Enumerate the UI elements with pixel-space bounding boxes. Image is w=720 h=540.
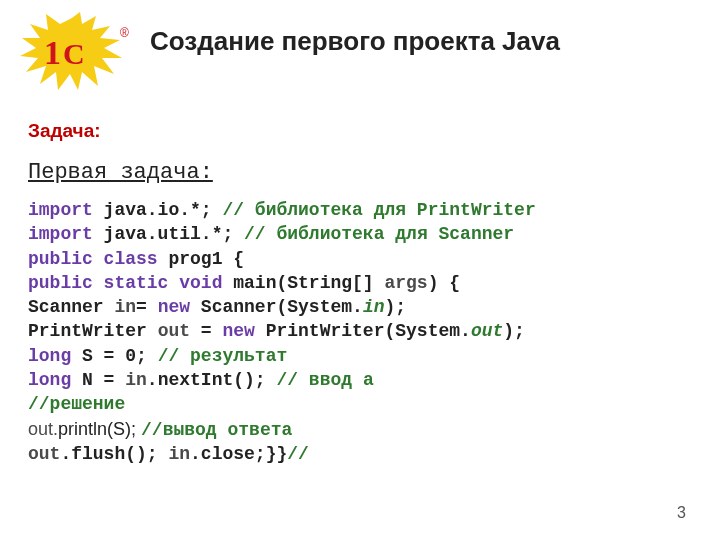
identifier: out bbox=[28, 444, 60, 464]
code-text: ); bbox=[503, 321, 525, 341]
code-text: = bbox=[190, 321, 222, 341]
subtitle: Первая задача: bbox=[28, 160, 213, 185]
code-text: prog1 { bbox=[158, 249, 244, 269]
keyword: new bbox=[222, 321, 254, 341]
code-line: Scanner in= new Scanner(System.in); bbox=[28, 295, 692, 319]
code-line: long S = 0; // результат bbox=[28, 344, 692, 368]
code-line: out.flush(); in.close;}}// bbox=[28, 442, 692, 466]
logo-text: 1 C bbox=[44, 34, 85, 72]
code-text: .flush(); bbox=[60, 444, 168, 464]
code-line: out.println(S); //вывод ответа bbox=[28, 417, 692, 442]
logo-registered: ® bbox=[120, 26, 129, 40]
comment: // bbox=[287, 444, 309, 464]
logo-1c: 1 C ® bbox=[20, 12, 125, 92]
comment: // результат bbox=[158, 346, 288, 366]
code-text: java.io.*; bbox=[93, 200, 223, 220]
keyword: import bbox=[28, 200, 93, 220]
identifier: in bbox=[168, 444, 190, 464]
keyword: public class bbox=[28, 249, 158, 269]
code-line: PrintWriter out = new PrintWriter(System… bbox=[28, 319, 692, 343]
code-text: ); bbox=[384, 297, 406, 317]
comment: //вывод ответа bbox=[141, 420, 292, 440]
task-label: Задача: bbox=[28, 120, 101, 142]
identifier: out. bbox=[28, 419, 58, 439]
page-title: Создание первого проекта Java bbox=[150, 26, 560, 57]
code-line: import java.util.*; // библиотека для Sc… bbox=[28, 222, 692, 246]
code-line: public class prog1 { bbox=[28, 247, 692, 271]
code-text: = bbox=[136, 297, 158, 317]
code-text: Scanner(System. bbox=[190, 297, 363, 317]
code-block: import java.io.*; // библиотека для Prin… bbox=[28, 198, 692, 466]
italic-ref: in bbox=[363, 297, 385, 317]
identifier: args bbox=[384, 273, 427, 293]
code-text: Scanner bbox=[28, 297, 114, 317]
code-text: PrintWriter(System. bbox=[255, 321, 471, 341]
code-text: PrintWriter bbox=[28, 321, 158, 341]
comment: //решение bbox=[28, 394, 125, 414]
code-text: java.util.*; bbox=[93, 224, 244, 244]
logo-one: 1 bbox=[44, 34, 61, 72]
identifier: in bbox=[114, 297, 136, 317]
comment: // библиотека для Scanner bbox=[244, 224, 514, 244]
comment: // ввод a bbox=[276, 370, 373, 390]
keyword: import bbox=[28, 224, 93, 244]
logo-c: C bbox=[63, 37, 85, 71]
code-text: S = 0; bbox=[71, 346, 157, 366]
keyword: new bbox=[158, 297, 190, 317]
keyword: long bbox=[28, 346, 71, 366]
italic-ref: out bbox=[471, 321, 503, 341]
code-line: public static void main(String[] args) { bbox=[28, 271, 692, 295]
code-text: .close;}} bbox=[190, 444, 287, 464]
identifier: in bbox=[125, 370, 147, 390]
code-text: ) { bbox=[428, 273, 460, 293]
code-text: .nextInt(); bbox=[147, 370, 277, 390]
code-text: main(String[] bbox=[222, 273, 384, 293]
keyword: long bbox=[28, 370, 71, 390]
keyword: public static void bbox=[28, 273, 222, 293]
comment: // библиотека для PrintWriter bbox=[222, 200, 535, 220]
code-line: long N = in.nextInt(); // ввод a bbox=[28, 368, 692, 392]
identifier: out bbox=[158, 321, 190, 341]
code-text: N = bbox=[71, 370, 125, 390]
page-number: 3 bbox=[677, 504, 686, 522]
code-line: //решение bbox=[28, 392, 692, 416]
code-line: import java.io.*; // библиотека для Prin… bbox=[28, 198, 692, 222]
code-text: println(S); bbox=[58, 419, 141, 439]
